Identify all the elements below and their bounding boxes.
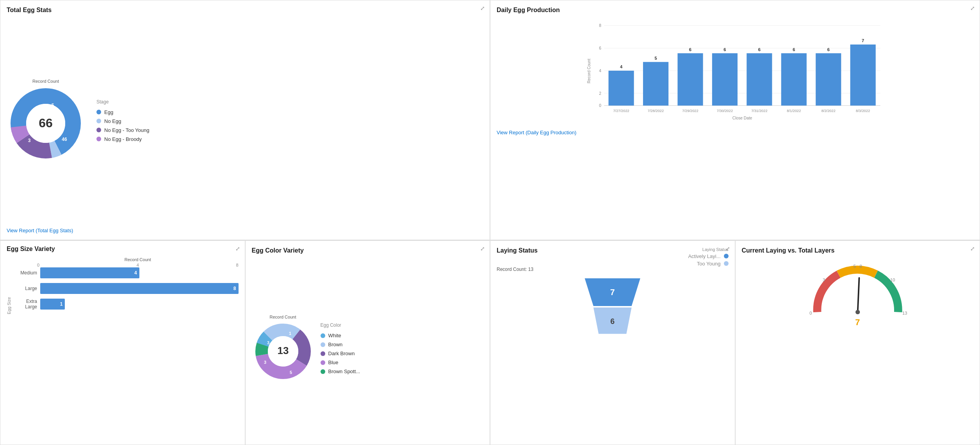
svg-text:7: 7 — [610, 287, 615, 297]
svg-text:10: 10 — [890, 278, 895, 282]
egg-size-variety-title: Egg Size Variety — [7, 246, 239, 253]
svg-text:6: 6 — [723, 47, 726, 52]
laying-status-title: Laying Status — [497, 247, 538, 254]
legend-label-no-egg-too-young: No Egg - Too Young — [104, 127, 149, 133]
svg-text:1: 1 — [289, 331, 291, 336]
egg-size-x-axis: 0 4 8 — [37, 263, 239, 267]
bar-729 — [677, 53, 703, 105]
svg-text:5: 5 — [289, 370, 292, 375]
expand-icon-current-laying[interactable]: ⤢ — [970, 246, 975, 252]
svg-text:3: 3 — [823, 278, 825, 282]
donut-center-value: 66 — [39, 116, 53, 130]
svg-text:6: 6 — [689, 47, 691, 52]
legend-label-egg: Egg — [104, 109, 113, 115]
svg-line-57 — [857, 278, 859, 312]
legend-dot-white — [321, 333, 325, 338]
legend-item-no-egg-too-young: No Egg - Too Young — [96, 127, 149, 133]
svg-text:7/31/2022: 7/31/2022 — [751, 109, 767, 113]
legend-item-actively-laying: Actively Layi... — [688, 253, 728, 259]
svg-text:8: 8 — [599, 23, 601, 28]
legend-label-white: White — [328, 333, 341, 338]
daily-egg-production-title: Daily Egg Production — [497, 7, 973, 14]
color-donut-row: Record Count — [252, 259, 484, 439]
legend-label-no-egg-broody: No Egg - Broody — [104, 136, 142, 142]
expand-icon-total-egg[interactable]: ⤢ — [480, 5, 485, 11]
svg-text:4: 4 — [620, 64, 623, 69]
svg-text:6: 6 — [758, 47, 761, 52]
egg-color-legend-title: Egg Color — [321, 322, 360, 328]
legend-label-brown: Brown — [328, 342, 343, 347]
view-report-daily-egg[interactable]: View Report (Daily Egg Production) — [497, 130, 576, 135]
svg-text:0: 0 — [809, 311, 812, 315]
bar-medium-fill: 4 — [40, 267, 139, 278]
gauge-svg: 0 3 5 8 10 13 — [742, 259, 974, 321]
svg-text:3: 3 — [264, 360, 266, 365]
legend-item-brown-spott: Brown Spott... — [321, 368, 360, 374]
svg-text:7/27/2022: 7/27/2022 — [613, 109, 629, 113]
legend-item-brown: Brown — [321, 342, 360, 347]
svg-text:6: 6 — [599, 46, 601, 50]
daily-egg-production-panel: Daily Egg Production ⤢ Record Count 8 6 … — [490, 0, 980, 240]
legend-item-dark-brown: Dark Brown — [321, 351, 360, 356]
egg-size-variety-panel: Egg Size Variety ⤢ Record Count 0 4 8 Eg… — [0, 240, 245, 445]
expand-icon-egg-color[interactable]: ⤢ — [480, 246, 485, 252]
legend-dot-brown — [321, 342, 325, 347]
legend-label-brown-spott: Brown Spott... — [328, 368, 360, 374]
legend-dot-no-egg — [96, 119, 101, 123]
daily-bar-chart: Record Count 8 6 4 2 0 — [497, 18, 973, 125]
svg-text:7/30/2022: 7/30/2022 — [717, 109, 733, 113]
svg-text:2: 2 — [599, 91, 601, 96]
expand-icon-daily-egg[interactable]: ⤢ — [970, 5, 975, 11]
svg-text:Close Date: Close Date — [732, 116, 752, 120]
svg-text:7/29/2022: 7/29/2022 — [682, 109, 698, 113]
legend-item-too-young: Too Young — [688, 261, 728, 267]
funnel-svg: 7 6 — [497, 278, 729, 341]
egg-color-legend: Egg Color White Brown Dark Brown — [321, 322, 360, 374]
bottom-row: Egg Size Variety ⤢ Record Count 0 4 8 Eg… — [0, 240, 980, 445]
dashboard: Total Egg Stats ⤢ Record Count — [0, 0, 980, 445]
legend-item-white: White — [321, 333, 360, 338]
svg-text:3: 3 — [28, 138, 31, 143]
egg-color-record-count-label: Record Count — [270, 315, 296, 319]
current-laying-title: Current Laying vs. Total Layers — [742, 247, 974, 254]
svg-text:5   8: 5 8 — [853, 263, 862, 268]
record-count-label-donut: Record Count — [32, 79, 59, 84]
view-report-total-egg[interactable]: View Report (Total Egg Stats) — [7, 228, 483, 233]
svg-text:0: 0 — [599, 103, 601, 108]
egg-size-record-count-label: Record Count — [37, 257, 239, 262]
expand-icon-egg-size[interactable]: ⤢ — [235, 246, 240, 252]
bar-extra-large-row: Extra Large 1 — [13, 299, 239, 310]
bar-730 — [712, 53, 738, 105]
bar-large-label: Large — [13, 286, 40, 291]
bar-large-row: Large 8 — [13, 283, 239, 294]
laying-status-panel: Laying Status Laying Status Actively Lay… — [490, 240, 735, 445]
laying-status-header: Laying Status Laying Status Actively Lay… — [497, 247, 729, 267]
bar-83 — [850, 44, 876, 105]
bar-728 — [643, 62, 668, 106]
svg-text:Record Count: Record Count — [587, 59, 591, 83]
svg-text:13: 13 — [902, 311, 907, 315]
legend-dot-too-young — [724, 261, 729, 266]
bar-chart-svg: Record Count 8 6 4 2 0 — [497, 18, 973, 124]
bar-medium-label: Medium — [13, 270, 40, 276]
current-laying-panel: Current Laying vs. Total Layers ⤢ 0 3 5 — [735, 240, 980, 445]
egg-size-y-axis-label: Egg Size — [7, 267, 11, 314]
svg-text:46: 46 — [62, 137, 67, 142]
svg-text:4: 4 — [599, 69, 601, 73]
expand-icon-laying-status[interactable]: ⤢ — [725, 246, 730, 252]
egg-color-donut-svg: 13 1 3 3 5 — [252, 320, 314, 383]
bar-large-fill: 8 — [40, 283, 239, 294]
svg-text:3: 3 — [267, 340, 269, 345]
legend-item-blue: Blue — [321, 360, 360, 365]
legend-title-stage: Stage — [96, 99, 149, 105]
bar-731 — [747, 53, 772, 105]
svg-text:6: 6 — [827, 47, 830, 52]
egg-color-variety-title: Egg Color Variety — [252, 247, 484, 254]
funnel-container: 7 6 — [497, 278, 729, 439]
total-egg-stats-title: Total Egg Stats — [7, 7, 483, 14]
legend-item-no-egg-broody: No Egg - Broody — [96, 136, 149, 142]
svg-text:8/1/2022: 8/1/2022 — [787, 109, 801, 113]
legend-label-blue: Blue — [328, 360, 339, 365]
svg-text:8/2/2022: 8/2/2022 — [821, 109, 836, 113]
total-egg-legend: Stage Egg No Egg No Egg - Too Young — [96, 99, 149, 142]
